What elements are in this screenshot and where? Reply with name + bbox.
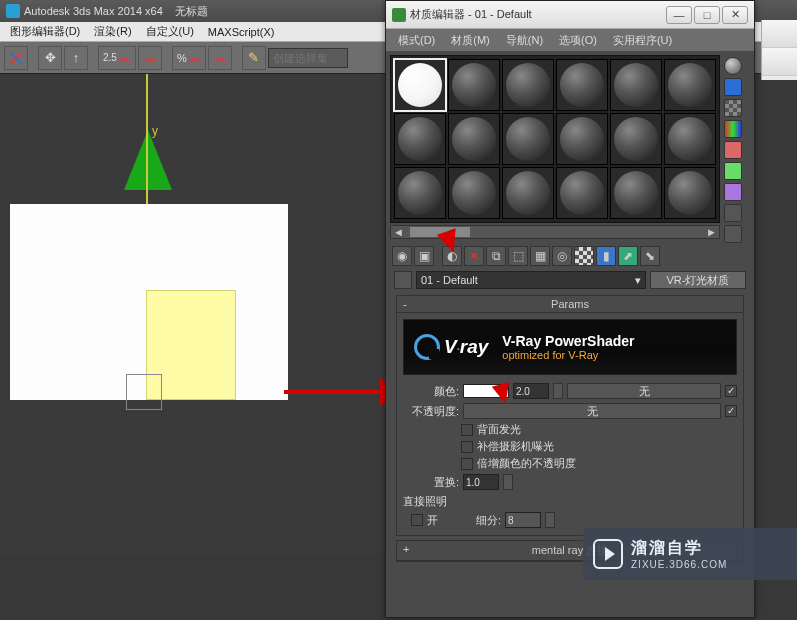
- close-button[interactable]: ✕: [722, 6, 748, 24]
- options-icon[interactable]: [724, 183, 742, 201]
- me-menu-utilities[interactable]: 实用程序(U): [605, 31, 680, 50]
- video-check-icon[interactable]: [724, 141, 742, 159]
- direct-on-checkbox[interactable]: [411, 514, 423, 526]
- sample-slot-6[interactable]: [664, 59, 716, 111]
- go-parent-icon[interactable]: ⬈: [618, 246, 638, 266]
- material-type-button[interactable]: VR-灯光材质: [650, 271, 746, 289]
- color-map-button[interactable]: 无: [567, 383, 721, 399]
- me-menu-material[interactable]: 材质(M): [443, 31, 498, 50]
- material-editor-title: 材质编辑器 - 01 - Default: [410, 7, 532, 22]
- annotation-arrow-icon: [284, 390, 384, 394]
- maximize-button[interactable]: □: [694, 6, 720, 24]
- sample-slot-13[interactable]: [394, 167, 446, 219]
- me-menu-navigate[interactable]: 导航(N): [498, 31, 551, 50]
- axis-up-icon[interactable]: ↑: [64, 46, 88, 70]
- sample-slot-14[interactable]: [448, 167, 500, 219]
- sample-slot-15[interactable]: [502, 167, 554, 219]
- opacity-map-button[interactable]: 无: [463, 403, 721, 419]
- move-tool-icon[interactable]: ✥: [38, 46, 62, 70]
- sample-slot-11[interactable]: [610, 113, 662, 165]
- color-value-spinner[interactable]: [513, 383, 549, 399]
- sample-slot-18[interactable]: [664, 167, 716, 219]
- selection-handle[interactable]: [126, 374, 162, 410]
- eyedropper-icon[interactable]: [394, 271, 412, 289]
- expand-icon[interactable]: +: [403, 543, 409, 555]
- get-material-icon[interactable]: ◉: [392, 246, 412, 266]
- subdiv-spinner[interactable]: [505, 512, 541, 528]
- sample-slot-7[interactable]: [394, 113, 446, 165]
- make-copy-icon[interactable]: ⧉: [486, 246, 506, 266]
- show-end-result-icon[interactable]: ▮: [596, 246, 616, 266]
- angle-snap-icon[interactable]: 2.5: [98, 46, 136, 70]
- scroll-right-icon[interactable]: ►: [704, 226, 719, 238]
- spinner-buttons[interactable]: [545, 512, 555, 528]
- params-rollout-header[interactable]: - Params: [397, 296, 743, 313]
- direct-on-label: 开: [427, 513, 438, 528]
- sample-slot-4[interactable]: [556, 59, 608, 111]
- material-editor-menubar[interactable]: 模式(D) 材质(M) 导航(N) 选项(O) 实用程序(U): [386, 29, 754, 51]
- sample-uv-icon[interactable]: [724, 120, 742, 138]
- percent-label: %: [177, 52, 187, 64]
- me-menu-options[interactable]: 选项(O): [551, 31, 605, 50]
- displace-spinner[interactable]: [463, 474, 499, 490]
- background-icon[interactable]: [724, 99, 742, 117]
- win-max-button[interactable]: [762, 48, 797, 76]
- color-map-enable-checkbox[interactable]: [725, 385, 737, 397]
- go-sibling-icon[interactable]: ⬊: [640, 246, 660, 266]
- link-tool-icon[interactable]: [4, 46, 28, 70]
- matlib-icon[interactable]: [724, 225, 742, 243]
- percent-snap-icon[interactable]: %: [172, 46, 206, 70]
- reset-icon[interactable]: ✕: [464, 246, 484, 266]
- sample-slot-16[interactable]: [556, 167, 608, 219]
- minimize-button[interactable]: —: [666, 6, 692, 24]
- menu-customize[interactable]: 自定义(U): [140, 22, 200, 41]
- dropdown-icon[interactable]: ▾: [635, 274, 641, 287]
- win-min-button[interactable]: [762, 20, 797, 48]
- sample-type-icon[interactable]: [724, 57, 742, 75]
- spinner-buttons[interactable]: [503, 474, 513, 490]
- opacity-map-enable-checkbox[interactable]: [725, 405, 737, 417]
- show-map-icon[interactable]: [574, 246, 594, 266]
- spinner-buttons[interactable]: [553, 383, 563, 399]
- menu-maxscript[interactable]: MAXScript(X): [202, 24, 281, 40]
- select-by-mat-icon[interactable]: [724, 204, 742, 222]
- me-menu-mode[interactable]: 模式(D): [390, 31, 443, 50]
- menu-graph-editors[interactable]: 图形编辑器(D): [4, 22, 86, 41]
- make-preview-icon[interactable]: [724, 162, 742, 180]
- displace-label: 置换:: [403, 475, 459, 490]
- material-editor-titlebar[interactable]: 材质编辑器 - 01 - Default — □ ✕: [386, 1, 754, 29]
- collapse-icon[interactable]: -: [403, 298, 407, 310]
- make-unique-icon[interactable]: ⬚: [508, 246, 528, 266]
- sample-slot-3[interactable]: [502, 59, 554, 111]
- put-to-scene-icon[interactable]: ▣: [414, 246, 434, 266]
- material-editor-window: 材质编辑器 - 01 - Default — □ ✕ 模式(D) 材质(M) 导…: [385, 0, 755, 618]
- snap-icon[interactable]: [208, 46, 232, 70]
- sample-slot-1[interactable]: [394, 59, 446, 111]
- sample-slots-grid: [390, 55, 720, 223]
- snap-toggle-icon[interactable]: [138, 46, 162, 70]
- menu-render[interactable]: 渲染(R): [88, 22, 137, 41]
- close-icon: ✕: [731, 8, 740, 21]
- put-to-lib-icon[interactable]: ▦: [530, 246, 550, 266]
- mat-id-icon[interactable]: ◎: [552, 246, 572, 266]
- named-selection-input[interactable]: [268, 48, 348, 68]
- compensate-checkbox[interactable]: [461, 441, 473, 453]
- backlight-checkbox[interactable]: [461, 424, 473, 436]
- sample-slot-10[interactable]: [556, 113, 608, 165]
- material-sphere-icon: [560, 63, 604, 107]
- multiply-checkbox[interactable]: [461, 458, 473, 470]
- opacity-row: 不透明度: 无: [403, 401, 737, 421]
- scroll-left-icon[interactable]: ◄: [391, 226, 406, 238]
- backlight-icon[interactable]: [724, 78, 742, 96]
- sample-slot-9[interactable]: [502, 113, 554, 165]
- sample-slot-8[interactable]: [448, 113, 500, 165]
- edit-named-sel-icon[interactable]: ✎: [242, 46, 266, 70]
- sample-slot-2[interactable]: [448, 59, 500, 111]
- viewport[interactable]: y: [0, 74, 400, 554]
- sample-slot-17[interactable]: [610, 167, 662, 219]
- material-sphere-icon: [398, 117, 442, 161]
- sample-slot-12[interactable]: [664, 113, 716, 165]
- sample-slot-5[interactable]: [610, 59, 662, 111]
- material-name-input[interactable]: 01 - Default ▾: [416, 271, 646, 289]
- maximize-icon: □: [704, 9, 711, 21]
